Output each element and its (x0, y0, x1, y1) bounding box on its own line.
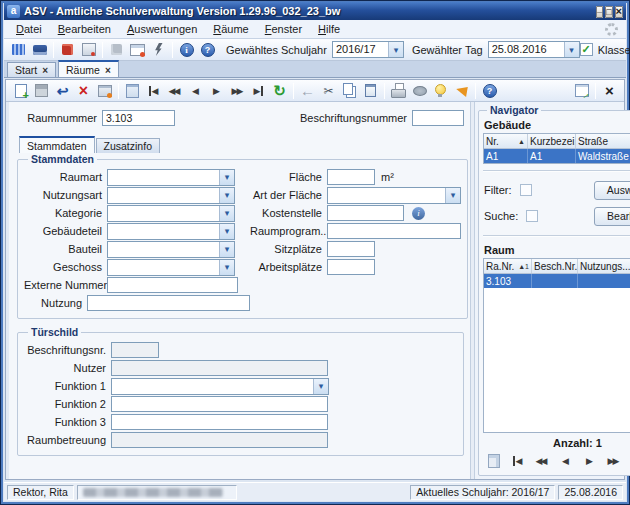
close-button[interactable] (615, 6, 623, 18)
menu-auswertungen[interactable]: Auswertungen (119, 21, 205, 37)
minimize-button[interactable] (596, 6, 603, 18)
column-header[interactable]: Kurzbezei... (528, 134, 576, 148)
chevron-down-icon[interactable] (219, 188, 234, 203)
kostenstelle-field[interactable] (327, 205, 404, 221)
tab-r-ume[interactable]: Räume (58, 60, 119, 77)
record-icon[interactable] (409, 81, 430, 100)
back-icon[interactable] (297, 81, 318, 100)
auswaehlen-button[interactable]: Auswählen (594, 181, 630, 200)
funktion-1-combo[interactable] (111, 378, 329, 395)
info-icon[interactable] (176, 40, 197, 59)
lightning-icon[interactable] (148, 40, 169, 59)
chevron-down-icon[interactable] (564, 42, 579, 57)
chevron-down-icon[interactable] (219, 260, 234, 275)
help-icon[interactable] (479, 81, 500, 100)
menu-hilfe[interactable]: Hilfe (310, 21, 348, 37)
gear-icon[interactable] (601, 20, 622, 39)
chevron-down-icon[interactable] (219, 242, 234, 257)
nutzer-field[interactable] (111, 360, 328, 376)
refresh-icon[interactable] (269, 81, 290, 100)
nav-next-fast-icon[interactable] (227, 81, 248, 100)
undo-icon[interactable] (52, 81, 73, 100)
funktion-3-field[interactable] (111, 414, 328, 430)
nutzung-field[interactable] (87, 295, 250, 311)
nav-last-icon[interactable] (248, 81, 269, 100)
externe-nummer-field[interactable] (107, 277, 238, 293)
bauteil-combo[interactable] (107, 241, 235, 258)
nav-next-fast-icon[interactable] (603, 451, 624, 470)
flaeche-field[interactable] (327, 169, 375, 185)
menu-r-ume[interactable]: Räume (205, 21, 256, 37)
tag-combo[interactable]: 25.08.2016 (488, 41, 580, 58)
subtab-stammdaten[interactable]: Stammdaten (19, 136, 95, 153)
column-header[interactable]: Nr.▲ (484, 134, 528, 148)
nav-next-icon[interactable] (206, 81, 227, 100)
filter-horn-icon[interactable] (451, 81, 472, 100)
art-der-flaeche-combo[interactable] (327, 187, 461, 204)
chevron-down-icon[interactable] (388, 42, 403, 57)
column-header[interactable]: Straße (576, 134, 630, 148)
help-icon[interactable] (197, 40, 218, 59)
funktion-2-field[interactable] (111, 396, 328, 412)
raumnummer-field[interactable]: 3.103 (102, 110, 175, 126)
hint-icon[interactable] (430, 81, 451, 100)
kategorie-combo[interactable] (107, 205, 235, 222)
keyboard-icon[interactable] (29, 40, 50, 59)
plugin-icon[interactable] (106, 40, 127, 59)
nav-prev-fast-icon[interactable] (531, 451, 552, 470)
modules-icon[interactable] (8, 40, 29, 59)
nav-first-icon[interactable] (143, 81, 164, 100)
menu-fenster[interactable]: Fenster (257, 21, 310, 37)
gebaeudeteil-combo[interactable] (107, 223, 235, 240)
table-row[interactable]: 3.103 (484, 274, 630, 288)
close-pane-icon[interactable] (599, 81, 620, 100)
nutzungsart-combo[interactable] (107, 187, 235, 204)
new-record-icon[interactable] (10, 81, 31, 100)
beschriftungsnr-field[interactable] (111, 342, 159, 358)
filter-checkbox[interactable] (520, 184, 532, 196)
raumbetreuung-field[interactable] (111, 432, 328, 448)
geschoss-combo[interactable] (107, 259, 235, 276)
nav-first-icon[interactable] (507, 451, 528, 470)
statistics-icon[interactable] (78, 40, 99, 59)
form-view-icon[interactable] (122, 81, 143, 100)
edit-record-icon[interactable] (94, 81, 115, 100)
tab-start[interactable]: Start (7, 62, 56, 77)
save-record-icon[interactable] (31, 81, 52, 100)
bearbeiten-button[interactable]: Bearbeiten (594, 207, 630, 226)
nav-next-icon[interactable] (579, 451, 600, 470)
klasse-beibehalten-checkbox[interactable] (580, 43, 593, 56)
suche-checkbox[interactable] (526, 210, 538, 222)
column-header[interactable]: Besch.Nr. (532, 259, 578, 273)
nav-prev-fast-icon[interactable] (164, 81, 185, 100)
chevron-down-icon[interactable] (219, 224, 234, 239)
table-row[interactable]: A1A1Waldstraße (484, 149, 630, 163)
detach-icon[interactable] (571, 81, 592, 100)
delete-record-icon[interactable] (73, 81, 94, 100)
paste-icon[interactable] (360, 81, 381, 100)
nav-prev-icon[interactable] (185, 81, 206, 100)
sitzplaetze-field[interactable] (327, 241, 375, 257)
print-icon[interactable] (388, 81, 409, 100)
window-alert-icon[interactable] (127, 40, 148, 59)
column-header[interactable]: Nutzungs... (578, 259, 630, 273)
cut-icon[interactable] (318, 81, 339, 100)
raumprogramm-field[interactable] (327, 223, 461, 239)
subtab-zusatzinfo[interactable]: Zusatzinfo (96, 138, 160, 153)
info-icon[interactable]: i (412, 207, 425, 220)
column-header[interactable]: Ra.Nr.▲1 (484, 259, 532, 273)
beschriftungsnummer-field[interactable] (412, 110, 464, 126)
chevron-down-icon[interactable] (219, 170, 234, 185)
maximize-button[interactable] (605, 6, 612, 18)
chevron-down-icon[interactable] (219, 206, 234, 221)
title-bar[interactable]: a ASV - Amtliche Schulverwaltung Version… (4, 2, 626, 20)
menu-datei[interactable]: Datei (8, 21, 50, 37)
schuljahr-combo[interactable]: 2016/17 (332, 41, 404, 58)
close-tab-icon[interactable] (42, 64, 48, 76)
raumart-combo[interactable] (107, 169, 235, 186)
arbeitsplaetze-field[interactable] (327, 259, 375, 275)
page-icon[interactable] (483, 451, 504, 470)
chevron-down-icon[interactable] (445, 188, 460, 203)
chevron-down-icon[interactable] (313, 379, 328, 394)
nav-prev-icon[interactable] (555, 451, 576, 470)
